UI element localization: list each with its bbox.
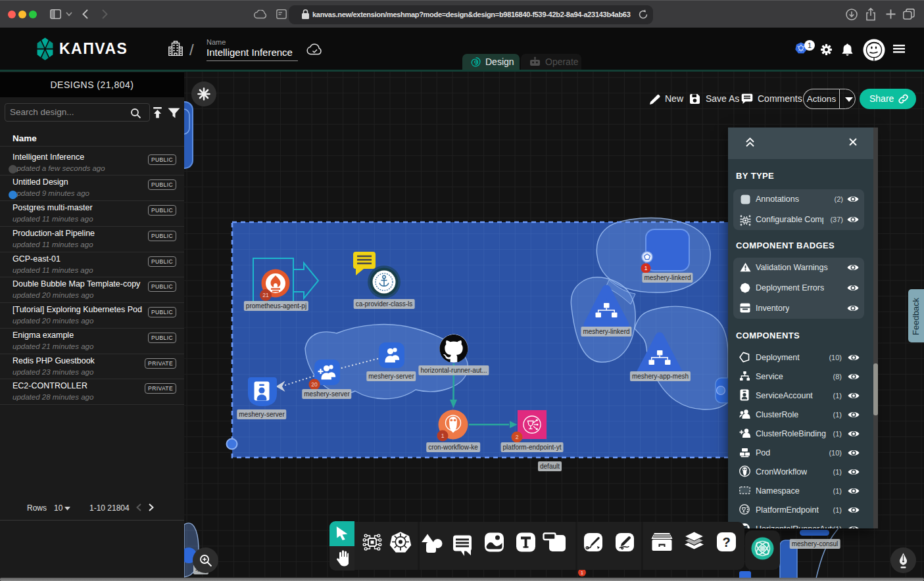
svg-text:1: 1: [808, 41, 812, 49]
svg-text:20: 20: [311, 381, 318, 388]
svg-text:1: 1: [441, 432, 445, 439]
svg-text:2: 2: [516, 434, 519, 440]
svg-text:1: 1: [644, 265, 648, 271]
svg-text:1: 1: [581, 570, 583, 575]
svg-text:21: 21: [262, 292, 269, 298]
svg-text:?: ?: [722, 535, 730, 549]
